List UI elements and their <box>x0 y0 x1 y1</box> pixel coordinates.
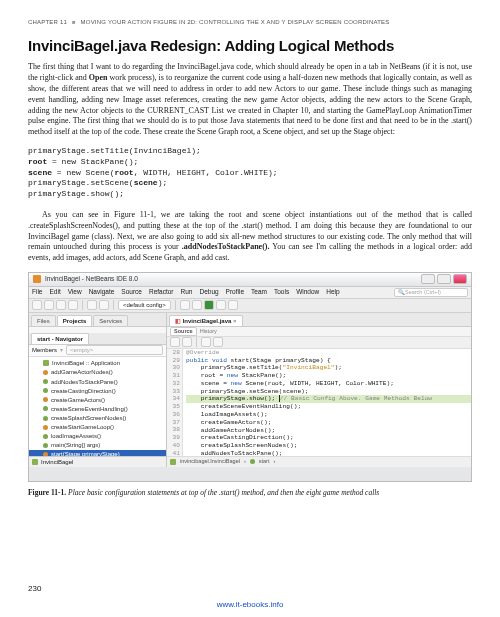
nav-item[interactable]: createSplashScreenNodes() <box>29 413 166 422</box>
new-file-icon[interactable] <box>32 300 42 310</box>
figure-caption: Figure 11-1. Place basic configuration s… <box>28 488 472 498</box>
menu-file[interactable]: File <box>32 288 42 297</box>
file-tab-invincibagel[interactable]: ◧ InvinciBagel.java × <box>169 315 243 326</box>
page-number: 230 <box>28 584 41 595</box>
nav-item[interactable]: createStartGameLoop() <box>29 423 166 432</box>
menu-window[interactable]: Window <box>296 288 319 297</box>
undo-icon[interactable] <box>87 300 97 310</box>
code-block: primaryStage.setTitle(InvinciBagel); roo… <box>28 146 472 200</box>
chapter-title: MOVING YOUR ACTION FIGURE IN 2D: CONTROL… <box>81 19 390 25</box>
class-icon <box>170 459 176 465</box>
menu-source[interactable]: Source <box>121 288 142 297</box>
class-icon <box>32 459 38 465</box>
member-icon <box>43 434 48 439</box>
open-icon[interactable] <box>56 300 66 310</box>
menu-profile[interactable]: Profile <box>226 288 244 297</box>
left-tabs: FilesProjectsServices <box>29 313 166 327</box>
menu-navigate[interactable]: Navigate <box>89 288 115 297</box>
members-filter[interactable]: <empty> <box>66 345 163 355</box>
member-icon <box>43 379 48 384</box>
nav-item[interactable]: main(String[] args) <box>29 441 166 450</box>
redo-icon[interactable] <box>99 300 109 310</box>
menu-view[interactable]: View <box>68 288 82 297</box>
member-icon <box>43 397 48 402</box>
type-filter-bar: InvinciBagel <box>29 456 166 467</box>
navigator-tab[interactable]: start - Navigator <box>31 333 89 344</box>
ide-screenshot: InvinciBagel - NetBeans IDE 8.0 FileEdit… <box>28 272 472 482</box>
second-paragraph: As you can see in Figure 11-1, we are ta… <box>28 210 472 264</box>
section-heading: InvinciBagel.java Redesign: Adding Logic… <box>28 36 472 56</box>
config-dropdown[interactable]: <default config> <box>118 300 171 310</box>
menu-tools[interactable]: Tools <box>274 288 289 297</box>
minimize-button[interactable] <box>421 274 435 284</box>
nav-item[interactable]: createGameActors() <box>29 395 166 404</box>
run-icon[interactable] <box>204 300 214 310</box>
member-icon <box>43 360 49 366</box>
debug-icon[interactable] <box>216 300 226 310</box>
file-tabs: ◧ InvinciBagel.java × <box>167 313 471 327</box>
menu-team[interactable]: Team <box>251 288 267 297</box>
left-tab-files[interactable]: Files <box>31 315 56 326</box>
menu-bar: FileEditViewNavigateSourceRefactorRunDeb… <box>29 287 471 299</box>
chapter-label: CHAPTER 11 <box>28 19 67 25</box>
menu-help[interactable]: Help <box>326 288 339 297</box>
nav-item[interactable]: InvinciBagel :: Application <box>29 359 166 368</box>
netbeans-icon <box>33 275 41 283</box>
build-icon[interactable] <box>180 300 190 310</box>
menu-refactor[interactable]: Refactor <box>149 288 174 297</box>
member-icon <box>43 416 48 421</box>
nav-item[interactable]: createCastingDirection() <box>29 386 166 395</box>
nav-item[interactable]: loadImageAssets() <box>29 432 166 441</box>
save-icon[interactable] <box>68 300 78 310</box>
site-link[interactable]: www.it-ebooks.info <box>0 600 500 611</box>
intro-paragraph: The first thing that I want to do regard… <box>28 62 472 138</box>
maximize-button[interactable] <box>437 274 451 284</box>
menu-debug[interactable]: Debug <box>199 288 218 297</box>
new-project-icon[interactable] <box>44 300 54 310</box>
member-icon <box>43 388 48 393</box>
nav-item[interactable]: addGameActorNodes() <box>29 368 166 377</box>
member-icon <box>43 443 48 448</box>
window-titlebar: InvinciBagel - NetBeans IDE 8.0 <box>29 273 471 287</box>
main-toolbar: <default config> <box>29 299 471 313</box>
profile-icon[interactable] <box>228 300 238 310</box>
editor-mode-tabs: Source History <box>167 327 471 337</box>
member-icon <box>43 406 48 411</box>
code-editor[interactable]: 282930313233343536373839404142434445 @Ov… <box>167 349 471 456</box>
editor-pane: ◧ InvinciBagel.java × Source History 282… <box>167 313 471 467</box>
back-icon[interactable] <box>170 337 180 347</box>
clean-build-icon[interactable] <box>192 300 202 310</box>
members-label: Members <box>32 346 57 354</box>
member-icon <box>43 370 48 375</box>
find-icon[interactable] <box>201 337 211 347</box>
navigator-list: InvinciBagel :: ApplicationaddGameActorN… <box>29 357 166 456</box>
search-input[interactable]: 🔍 Search (Ctrl+I) <box>394 288 468 297</box>
nav-item[interactable]: createSceneEventHandling() <box>29 404 166 413</box>
source-tab[interactable]: Source <box>170 327 197 336</box>
menu-edit[interactable]: Edit <box>49 288 60 297</box>
left-pane: FilesProjectsServices start - Navigator … <box>29 313 167 467</box>
window-title: InvinciBagel - NetBeans IDE 8.0 <box>45 275 138 284</box>
running-head: CHAPTER 11 ■ MOVING YOUR ACTION FIGURE I… <box>28 18 472 26</box>
bookmark-icon[interactable] <box>213 337 223 347</box>
nav-item[interactable]: addNodesToStackPane() <box>29 377 166 386</box>
menu-run[interactable]: Run <box>181 288 193 297</box>
member-breadcrumb: invincibagel.InvinciBagel › start › <box>167 456 471 467</box>
left-tab-services[interactable]: Services <box>93 315 128 326</box>
left-tab-projects[interactable]: Projects <box>57 315 93 326</box>
member-icon <box>43 425 48 430</box>
history-tab[interactable]: History <box>197 328 220 335</box>
editor-toolbar <box>167 337 471 349</box>
forward-icon[interactable] <box>182 337 192 347</box>
method-icon <box>250 459 255 464</box>
close-button[interactable] <box>453 274 467 284</box>
navigator-header: start - Navigator <box>29 333 166 345</box>
